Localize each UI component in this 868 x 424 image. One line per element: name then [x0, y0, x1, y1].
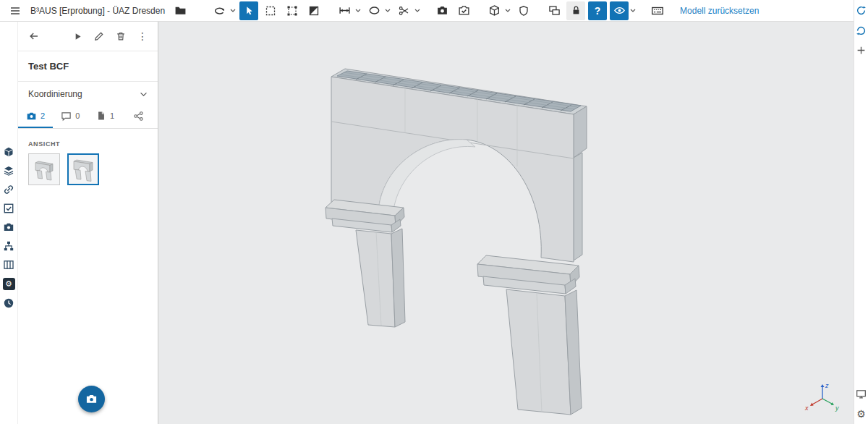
view-thumbnail-2[interactable] — [67, 153, 99, 185]
hamburger-menu-icon[interactable] — [6, 1, 25, 20]
bcf-topic-title: Test BCF — [18, 51, 158, 82]
layers-icon[interactable] — [3, 165, 14, 177]
axis-x-label: x — [804, 404, 809, 412]
sync-alt-icon[interactable] — [856, 25, 867, 36]
measure-tool-icon[interactable] — [335, 1, 354, 20]
help-tool-icon[interactable]: ? — [588, 1, 607, 20]
model-canvas: z x y — [158, 22, 854, 424]
visibility-dropdown-caret-icon[interactable] — [629, 1, 637, 20]
ellipse-dropdown-caret-icon[interactable] — [384, 1, 391, 20]
camera-icon — [26, 111, 37, 122]
add-screenshot-fab[interactable] — [78, 386, 105, 412]
sync-icon[interactable] — [856, 5, 867, 16]
ellipse-select-tool-icon[interactable] — [365, 1, 383, 20]
tab-comments[interactable]: 0 — [53, 105, 88, 128]
cube-dropdown-caret-icon[interactable] — [504, 1, 511, 20]
marquee-select-tool-icon[interactable] — [261, 1, 280, 20]
tab-share[interactable] — [123, 105, 158, 128]
viewport-3d[interactable]: z x y — [158, 22, 854, 424]
model-arch[interactable] — [326, 69, 587, 415]
orbit-tool-icon[interactable] — [210, 1, 229, 20]
settings-gear-icon[interactable]: ⚙ — [856, 409, 866, 419]
link-icon[interactable] — [3, 184, 14, 195]
thumbnail-model-preview — [70, 156, 96, 182]
view-thumbnails — [18, 153, 158, 185]
transform-select-tool-icon[interactable] — [283, 1, 302, 20]
thumbnail-model-preview — [31, 156, 57, 182]
trash-icon[interactable] — [116, 31, 126, 41]
share-icon — [133, 111, 144, 122]
settings-gear-tile-icon[interactable]: ⚙ — [3, 278, 15, 290]
model-cube-tool-icon[interactable] — [485, 1, 503, 20]
tasks-check-icon[interactable] — [3, 203, 14, 214]
camera-icon — [85, 393, 98, 405]
tab-count: 0 — [75, 111, 80, 120]
right-icon-strip: ⚙ — [854, 0, 868, 424]
kebab-menu-icon[interactable]: ⋮ — [137, 31, 148, 41]
back-arrow-icon[interactable] — [28, 30, 40, 42]
section-label: Koordinierung — [28, 89, 82, 99]
reset-model-link[interactable]: Modell zurücksetzen — [680, 6, 759, 16]
shield-tool-icon[interactable] — [514, 1, 533, 20]
snapshot-tool-icon[interactable] — [433, 1, 451, 20]
history-clock-icon[interactable] — [3, 297, 14, 309]
structure-tree-icon[interactable] — [3, 240, 14, 252]
axis-y-label: y — [835, 404, 839, 412]
cut-tool-icon[interactable] — [394, 1, 413, 20]
topbar: B³AUS [Erprobung] - ÜAZ Dresden ? Modell… — [0, 0, 854, 22]
edit-pencil-icon[interactable] — [94, 31, 104, 41]
comment-icon — [61, 111, 72, 122]
chevron-down-icon[interactable] — [140, 89, 148, 99]
axis-z-label: z — [825, 382, 829, 389]
folder-icon[interactable] — [171, 1, 190, 20]
section-koordinierung[interactable]: Koordinierung — [18, 82, 158, 105]
snapshots-camera-icon[interactable] — [3, 221, 14, 233]
app-title: B³AUS [Erprobung] - ÜAZ Dresden — [30, 6, 165, 16]
tab-documents[interactable]: 1 — [88, 105, 123, 128]
axes-gizmo: z x y — [804, 382, 839, 412]
document-icon — [96, 111, 106, 121]
visibility-tool-icon[interactable] — [610, 1, 629, 20]
tab-count: 1 — [110, 111, 114, 120]
view-thumbnail-1[interactable] — [28, 153, 60, 185]
tables-columns-icon[interactable] — [3, 259, 14, 271]
cut-dropdown-caret-icon[interactable] — [414, 1, 421, 20]
tab-count: 2 — [41, 111, 45, 120]
view-section-label: ANSICHT — [18, 129, 158, 153]
select-cursor-tool-icon[interactable] — [239, 1, 258, 20]
add-icon[interactable] — [856, 46, 866, 55]
panel-tabs: 2 0 1 — [18, 105, 158, 129]
snapshot-verify-tool-icon[interactable] — [454, 1, 473, 20]
lock-tool-icon[interactable] — [566, 1, 585, 20]
left-icon-strip: ⚙ — [0, 22, 17, 424]
panel-header: ⋮ — [18, 22, 158, 51]
tab-screenshots[interactable]: 2 — [18, 105, 53, 128]
orbit-dropdown-caret-icon[interactable] — [229, 1, 237, 20]
presentation-screen-icon[interactable] — [856, 389, 867, 399]
screen-layout-tool-icon[interactable] — [545, 1, 563, 20]
bcf-panel: ⋮ Test BCF Koordinierung 2 0 1 ANSICHT — [17, 22, 158, 424]
model-cube-icon[interactable] — [3, 146, 14, 158]
play-icon[interactable] — [73, 32, 82, 41]
measure-dropdown-caret-icon[interactable] — [354, 1, 362, 20]
clip-plane-tool-icon[interactable] — [305, 1, 323, 20]
keyboard-shortcuts-icon[interactable] — [648, 1, 667, 20]
